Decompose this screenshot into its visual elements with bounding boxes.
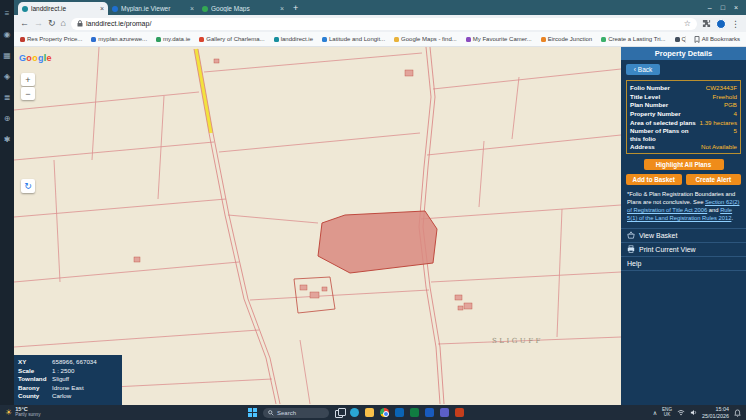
wifi-icon[interactable] — [677, 409, 685, 416]
bookmark-star-icon[interactable]: ☆ — [684, 19, 691, 28]
back-icon[interactable]: ← — [20, 19, 29, 28]
volume-icon[interactable] — [690, 409, 697, 416]
edge-icon[interactable] — [350, 408, 359, 417]
bookmark-label: Eircode Junction — [548, 36, 592, 42]
bookmark-item[interactable]: my.data.ie — [156, 36, 190, 42]
start-button[interactable] — [248, 408, 257, 417]
outlook-icon[interactable] — [395, 408, 404, 417]
extensions-puzzle-icon[interactable] — [702, 19, 711, 28]
user-icon[interactable]: ◉ — [4, 31, 11, 39]
bookmark-label: Create a Lasting Tri... — [608, 36, 665, 42]
bookmark-label: Google Maps - find... — [401, 36, 457, 42]
field-value: CW23443F — [706, 84, 737, 91]
basket-icon — [627, 231, 635, 239]
close-button[interactable]: × — [734, 4, 738, 11]
create-alert-button[interactable]: Create Alert — [686, 174, 742, 185]
tab-close-icon[interactable]: × — [190, 5, 194, 12]
map-refresh-button[interactable]: ↻ — [21, 179, 35, 193]
tab-label: Myplan.ie Viewer — [121, 5, 187, 12]
word-icon[interactable] — [425, 408, 434, 417]
field-value: 4 — [734, 110, 737, 117]
minimize-button[interactable]: – — [708, 4, 712, 11]
logo-letter: e — [47, 53, 52, 63]
powerpoint-icon[interactable] — [455, 408, 464, 417]
map-pin-icon[interactable]: ◈ — [4, 73, 10, 81]
bookmark-item[interactable]: Res Property Price... — [20, 36, 82, 42]
menu-label: Help — [627, 260, 641, 267]
field-row: Area of selected plans1.39 hectares — [630, 118, 737, 127]
file-explorer-icon[interactable] — [365, 408, 374, 417]
bookmark-item[interactable]: Eircode Junction — [541, 36, 592, 42]
favicon — [322, 37, 327, 42]
back-button[interactable]: ‹ Back — [626, 64, 660, 75]
favicon — [274, 37, 279, 42]
zoom-in-button[interactable]: + — [21, 73, 35, 86]
address-bar[interactable]: landdirect.ie/promap/ ☆ — [71, 18, 697, 30]
favicon — [541, 37, 546, 42]
print-current-view-item[interactable]: Print Current View — [621, 243, 746, 257]
windows-taskbar: ☀ 15°C Partly sunny Search — [0, 405, 746, 420]
teams-icon[interactable] — [440, 408, 449, 417]
maximize-button[interactable]: □ — [721, 4, 725, 11]
tray-chevron-icon[interactable]: ∧ — [653, 409, 657, 416]
field-value: PGB — [724, 101, 737, 108]
reload-icon[interactable]: ↻ — [48, 19, 56, 28]
bookmark-item[interactable]: landdirect.ie — [274, 36, 313, 42]
tab-google-maps[interactable]: Google Maps × — [198, 2, 288, 15]
lock-icon — [77, 20, 83, 27]
add-icon[interactable]: ⊕ — [4, 115, 11, 123]
chrome-icon[interactable] — [380, 408, 389, 417]
excel-icon[interactable] — [410, 408, 419, 417]
add-to-basket-button[interactable]: Add to Basket — [626, 174, 682, 185]
new-tab-button[interactable]: + — [293, 3, 298, 13]
field-value: 1.39 hectares — [700, 119, 738, 126]
notifications-bell-icon[interactable] — [734, 409, 741, 417]
forward-icon[interactable]: → — [34, 19, 43, 28]
zoom-out-button[interactable]: − — [21, 87, 35, 100]
field-row: Plan NumberPGB — [630, 100, 737, 109]
tab-myplan[interactable]: Myplan.ie Viewer × — [108, 2, 198, 15]
all-bookmarks-button[interactable]: All Bookmarks — [685, 36, 740, 43]
bookmark-item[interactable]: QR Code Generator... — [675, 36, 685, 42]
map-background — [14, 47, 621, 405]
weather-widget[interactable]: ☀ 15°C Partly sunny — [0, 407, 40, 417]
bookmark-item[interactable]: myplan.azurewe... — [91, 36, 147, 42]
taskbar-search[interactable]: Search — [263, 408, 329, 418]
bookmark-item[interactable]: Latitude and Longit... — [322, 36, 385, 42]
bookmark-items: Res Property Price... myplan.azurewe... … — [20, 36, 685, 42]
bookmark-item[interactable]: My Favourite Camer... — [466, 36, 532, 42]
back-arrow-icon: ‹ — [634, 66, 636, 73]
favicon — [156, 37, 161, 42]
favicon — [466, 37, 471, 42]
home-icon[interactable]: ⌂ — [61, 19, 66, 28]
field-row: Property Number4 — [630, 109, 737, 118]
tab-landdirect[interactable]: landdirect.ie × — [18, 2, 108, 15]
map-viewport[interactable]: SLIGUFF Google + − ↻ XY658966, 667034 Sc… — [14, 47, 621, 405]
parcel-map[interactable]: SLIGUFF — [14, 47, 621, 405]
selected-parcel[interactable] — [318, 211, 437, 273]
layers-icon[interactable]: ≣ — [4, 94, 11, 102]
bookmark-item[interactable]: Gallery of Charlema... — [199, 36, 264, 42]
bookmark-label: landdirect.ie — [281, 36, 313, 42]
settings-icon[interactable]: ✱ — [4, 136, 11, 144]
taskbar-clock[interactable]: 15:04 25/01/2026 — [702, 406, 729, 418]
browser-menu-icon[interactable]: ⋮ — [731, 19, 740, 29]
help-item[interactable]: Help — [621, 257, 746, 271]
tab-close-icon[interactable]: × — [100, 5, 104, 12]
language-indicator[interactable]: ENG UK — [662, 408, 672, 417]
profile-avatar[interactable] — [716, 19, 726, 29]
bookmark-item[interactable]: Create a Lasting Tri... — [601, 36, 665, 42]
field-label: Folio Number — [630, 84, 670, 91]
menu-icon[interactable]: ≡ — [5, 10, 10, 18]
highlight-all-plans-button[interactable]: Highlight All Plans — [644, 159, 724, 170]
field-label: Property Number — [630, 110, 681, 117]
bookmark-item[interactable]: Google Maps - find... — [394, 36, 457, 42]
task-view-icon[interactable] — [335, 408, 344, 417]
info-label: Scale — [18, 367, 52, 376]
info-value: Idrone East — [52, 384, 84, 393]
bookmark-label: Latitude and Longit... — [329, 36, 385, 42]
view-basket-item[interactable]: View Basket — [621, 229, 746, 243]
tab-close-icon[interactable]: × — [280, 5, 284, 12]
apps-grid-icon[interactable]: ▦ — [3, 52, 11, 60]
favicon — [91, 37, 96, 42]
